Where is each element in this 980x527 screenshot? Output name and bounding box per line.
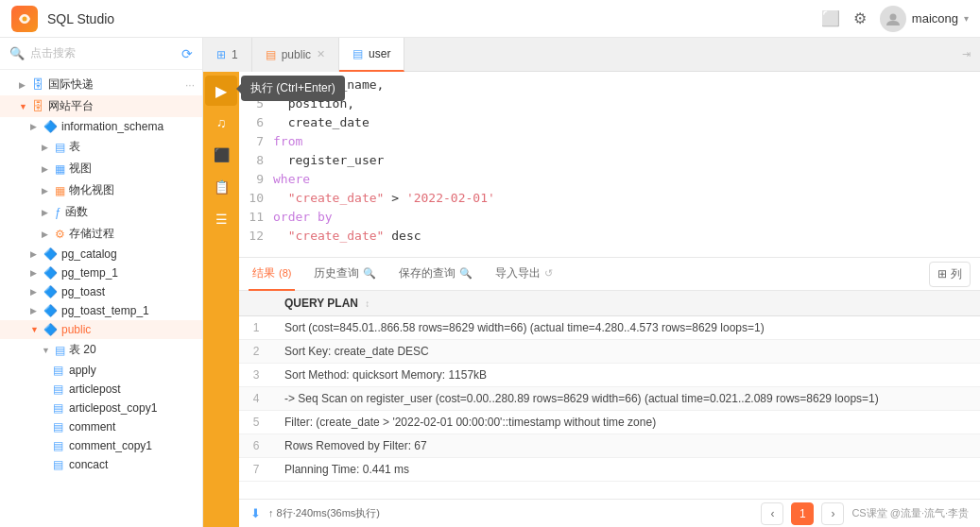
search-input[interactable]: 点击搜索	[30, 45, 176, 61]
tab-export[interactable]: 导入导出 ↺	[491, 257, 557, 291]
tree-label: pg_toast_temp_1	[61, 304, 149, 317]
tree-label: public	[61, 323, 91, 336]
code-line-11: 11 order by	[239, 208, 980, 227]
list-button[interactable]: ☰	[205, 204, 237, 234]
code-line-10: 10 "create_date" > '2022-02-01'	[239, 189, 980, 208]
current-page[interactable]: 1	[791, 502, 814, 525]
schema-icon: 🔷	[43, 120, 58, 133]
tab-label: public	[282, 48, 311, 61]
view-icon: ▦	[55, 162, 65, 176]
row-info: ↑ 8行·240ms(36ms执行)	[268, 506, 380, 520]
sidebar-item-information-schema[interactable]: ▶ 🔷 information_schema	[0, 117, 202, 136]
tree-label: 存储过程	[69, 226, 114, 242]
history-label: 历史查询	[314, 265, 359, 281]
tab-history[interactable]: 历史查询 🔍	[310, 257, 380, 291]
row-num: 7	[239, 458, 273, 482]
sidebar-item-functions[interactable]: ▶ ƒ 函数	[0, 201, 202, 223]
row-text: -> Seq Scan on register_user (cost=0.00.…	[273, 387, 980, 411]
table-icon: ▤	[55, 344, 65, 357]
tab-label: user	[369, 47, 390, 60]
tab-saved[interactable]: 保存的查询 🔍	[395, 257, 476, 291]
user-menu[interactable]: maicong ▾	[880, 6, 969, 32]
row-text: Rows Removed by Filter: 67	[273, 434, 980, 458]
username: maicong	[912, 11, 958, 26]
schema-icon: 🔷	[43, 304, 58, 317]
sidebar-item-articlepost-copy1[interactable]: ▤ articlepost_copy1	[0, 399, 202, 417]
sidebar-item-tables-20[interactable]: ▼ ▤ 表 20	[0, 339, 202, 361]
sidebar-item-articlepost[interactable]: ▤ articlepost	[0, 380, 202, 399]
sidebar-item-pg-toast-temp1[interactable]: ▶ 🔷 pg_toast_temp_1	[0, 301, 202, 320]
next-page-button[interactable]: ›	[821, 502, 844, 525]
sidebar-item-guoji[interactable]: ▶ 🗄 国际快递 ···	[0, 74, 202, 95]
col-query-plan: QUERY PLAN ↕	[273, 291, 980, 316]
schema-icon: 🔷	[43, 323, 58, 336]
query-results-area[interactable]: QUERY PLAN ↕ 1 Sort (cost=845.01..866.58…	[239, 291, 980, 499]
tab-public[interactable]: ▤ public ✕	[252, 38, 339, 72]
settings-icon[interactable]: ⚙	[853, 9, 867, 27]
toggle-arrow: ▶	[30, 287, 40, 297]
schema-icon: 🔷	[43, 247, 58, 261]
tab-close-icon[interactable]: ✕	[317, 48, 325, 60]
top-header: SQL Studio ⬜ ⚙ maicong ▾	[0, 0, 980, 38]
sidebar-item-comment-copy1[interactable]: ▤ comment_copy1	[0, 436, 202, 455]
col-num	[239, 291, 273, 316]
table-row: 4 -> Seq Scan on register_user (cost=0.0…	[239, 387, 980, 411]
export-label: 导入导出	[495, 265, 541, 281]
download-icon[interactable]: ⬇	[250, 506, 261, 520]
results-count: (8)	[279, 267, 291, 279]
more-icon[interactable]: ···	[185, 78, 195, 92]
sidebar-item-concact[interactable]: ▤ concact	[0, 455, 202, 474]
tree-label: pg_catalog	[61, 247, 117, 261]
format-button[interactable]: ♫	[205, 108, 237, 138]
sidebar-item-views[interactable]: ▶ ▦ 视图	[0, 158, 202, 179]
tab-1[interactable]: ⊞ 1	[203, 38, 252, 72]
run-button[interactable]: ▶	[205, 76, 237, 106]
tab-results[interactable]: 结果 (8)	[249, 257, 295, 291]
monitor-icon[interactable]: ⬜	[821, 9, 840, 27]
code-editor[interactable]: 4 company_name, 5 position, 6 create_dat…	[239, 72, 980, 257]
refresh-icon[interactable]: ⟳	[181, 46, 193, 61]
schema-icon: 🔷	[43, 266, 58, 280]
sidebar-item-apply[interactable]: ▤ apply	[0, 361, 202, 380]
sidebar-item-public[interactable]: ▼ 🔷 public	[0, 320, 202, 339]
tree-label: concact	[69, 458, 108, 471]
sidebar-item-wangzhan[interactable]: ▼ 🗄 网站平台	[0, 95, 202, 117]
sidebar-item-tables[interactable]: ▶ ▤ 表	[0, 136, 202, 158]
right-panel: ⊞ 1 ▤ public ✕ ▤ user ⇥ ▶ 执行 (Ctrl+Ent	[203, 38, 980, 527]
results-label: 结果	[252, 265, 275, 281]
tree-label: 表	[69, 139, 80, 155]
main-layout: 🔍 点击搜索 ⟳ ▶ 🗄 国际快递 ··· ▼ 🗄 网站平台 ▶ 🔷	[0, 38, 980, 527]
toggle-arrow: ▼	[19, 102, 28, 111]
schema-icon: 🔷	[43, 285, 58, 298]
sidebar-item-procedures[interactable]: ▶ ⚙ 存储过程	[0, 223, 202, 245]
chevron-down-icon: ▾	[964, 13, 969, 24]
sidebar-item-comment[interactable]: ▤ comment	[0, 417, 202, 436]
explain-button[interactable]: ⬛	[205, 140, 237, 170]
sidebar-item-matviews[interactable]: ▶ ▦ 物化视图	[0, 179, 202, 201]
table-row: 7 Planning Time: 0.441 ms	[239, 458, 980, 482]
sidebar-item-pg-temp1[interactable]: ▶ 🔷 pg_temp_1	[0, 264, 202, 282]
editor-toolbar: ▶ 执行 (Ctrl+Enter) ♫ ⬛ 📋 ☰	[203, 72, 239, 527]
prev-page-button[interactable]: ‹	[761, 502, 783, 525]
sidebar-search-bar: 🔍 点击搜索 ⟳	[0, 38, 202, 70]
table-row-icon: ▤	[53, 382, 63, 396]
expand-icon[interactable]: ⇥	[953, 48, 980, 60]
toggle-arrow: ▼	[30, 325, 40, 334]
matview-icon: ▦	[55, 184, 65, 197]
tab-user[interactable]: ▤ user	[339, 38, 404, 72]
sidebar-tree: ▶ 🗄 国际快递 ··· ▼ 🗄 网站平台 ▶ 🔷 information_sc…	[0, 70, 202, 527]
tree-label: comment_copy1	[69, 439, 152, 452]
columns-button[interactable]: ⊞ 列	[929, 262, 971, 287]
sidebar-item-pg-catalog[interactable]: ▶ 🔷 pg_catalog	[0, 245, 202, 264]
db-icon: 🗄	[32, 77, 44, 92]
code-line-4: 4 company_name,	[239, 76, 980, 94]
cols-label: 列	[951, 266, 962, 282]
row-text: Filter: (create_date > '2022-02-01 00:00…	[273, 411, 980, 434]
code-line-8: 8 register_user	[239, 151, 980, 170]
status-info: CS课堂 @流量·流气·李贵	[851, 506, 969, 520]
tree-label: 视图	[69, 161, 92, 177]
tree-label: pg_temp_1	[61, 266, 118, 280]
save-button[interactable]: 📋	[205, 172, 237, 202]
sidebar-item-pg-toast[interactable]: ▶ 🔷 pg_toast	[0, 282, 202, 301]
row-text: Sort Method: quicksort Memory: 1157kB	[273, 364, 980, 387]
